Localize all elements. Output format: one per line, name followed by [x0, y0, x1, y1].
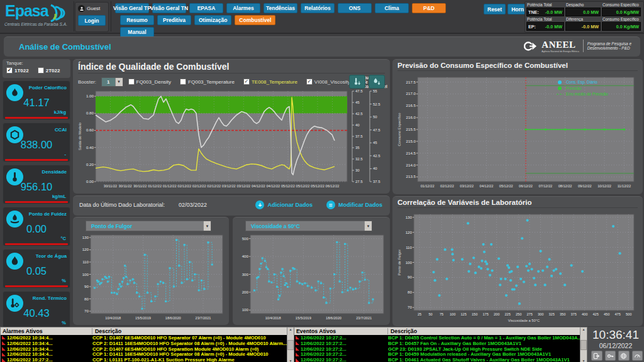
table-row[interactable]: 12/06/2022 10:27:2...BCP 1: D0455 Contro…: [294, 335, 580, 341]
series-checkbox-te008_temperature[interactable]: ✓TE008_Temperature: [243, 79, 297, 85]
flash-point-select[interactable]: Ponto de Fulgor ▼: [86, 221, 211, 231]
nav-button-epasa[interactable]: EPASA: [189, 3, 223, 13]
chevron-down-icon[interactable]: ▼: [203, 221, 211, 231]
temperature-download-button[interactable]: [349, 75, 365, 89]
gauge-value: 0.05: [3, 265, 70, 277]
svg-text:213.5: 213.5: [406, 174, 416, 178]
gauge-value: 838.00: [3, 139, 70, 151]
svg-text:40: 40: [355, 123, 360, 127]
table-header-time[interactable]: Alarmes Ativos: [1, 328, 92, 334]
logout-button[interactable]: [591, 351, 602, 361]
svg-text:30: 30: [355, 168, 360, 172]
key-button[interactable]: [605, 351, 616, 361]
nav-button-tend-ncias[interactable]: Tendências: [264, 3, 297, 13]
tank-checkbox-2t022[interactable]: 2T022: [38, 67, 60, 74]
nav-button-combust-vel[interactable]: Combustível: [235, 15, 275, 25]
svg-text:02/12/22: 02/12/22: [207, 184, 221, 188]
svg-text:300: 300: [242, 272, 249, 277]
series-checkbox-fq003_temperature[interactable]: FQ003_Temperature: [180, 79, 235, 85]
checkbox-icon: [128, 79, 135, 85]
table-scrollbar[interactable]: ▲▼: [287, 327, 294, 362]
add-data-button[interactable]: + Adicionar Dados: [255, 200, 313, 209]
svg-text:150: 150: [472, 312, 477, 316]
svg-text:03/12/22: 03/12/22: [222, 184, 236, 188]
booster-select[interactable]: 1 ▼: [101, 77, 123, 87]
separator: [74, 1, 74, 31]
table-row[interactable]: 12/06/2022 10:27:2...CCP 1: L0131 PT-100…: [1, 357, 287, 362]
table-row[interactable]: 12/06/2022 10:27:2...BCP 1: D0459 Modula…: [294, 351, 580, 357]
nav-button-manual[interactable]: Manual: [120, 27, 154, 37]
nav-button-relat-rios[interactable]: Relatórios: [301, 3, 335, 13]
globe-button[interactable]: [618, 351, 630, 361]
status-label: Despacho: [565, 3, 601, 7]
svg-text:01/12/22: 01/12/22: [163, 184, 177, 188]
chevron-down-icon[interactable]: ▼: [115, 78, 123, 86]
table-row[interactable]: 12/06/2022 10:27:2...BCP 1: D0457 Fan On…: [294, 341, 580, 346]
nav-button-p-d[interactable]: P&D: [412, 3, 446, 13]
nav-button-resumo[interactable]: Resumo: [120, 15, 154, 25]
nav-button-otimiza-o[interactable]: Otimização: [194, 15, 231, 25]
status-value-box: TNE:-0.0 MW: [526, 8, 564, 16]
tank-checkbox-1t022[interactable]: ✓1T022: [6, 67, 29, 74]
checkbox-icon: [180, 79, 186, 85]
table-row[interactable]: 12/06/2022 10:27:2...GCP 23: D0193 2PSAL…: [294, 346, 580, 352]
svg-text:07/12/22: 07/12/22: [538, 184, 552, 188]
booster-value: 1: [102, 78, 114, 86]
series-checkbox-vi008_viscosity[interactable]: ✓VI008_Viscosity: [306, 79, 350, 85]
svg-text:40: 40: [373, 167, 377, 170]
table-rows: 12/06/2022 10:34:4...CCP 1: D1407 6ES4MO…: [1, 335, 287, 362]
table-row[interactable]: 12/06/2022 10:34:4...CCP 1: D1411 16ES4M…: [1, 351, 287, 357]
reset-button[interactable]: Reset: [484, 4, 506, 14]
nav-button-preditiva[interactable]: Preditiva: [157, 15, 191, 25]
nav-button-vis-o-geral-tp[interactable]: Visão Geral TP: [115, 3, 149, 13]
epasa-logo: Epasa Centrais Elétricas da Paraíba S.A.: [1, 1, 73, 31]
table-row[interactable]: 12/06/2022 10:34:4...CCP 2: D1411 16ES4M…: [1, 341, 287, 346]
modify-data-button[interactable]: ≡ Modificar Dados: [326, 200, 382, 209]
gauge-button[interactable]: [632, 351, 643, 361]
correlation-title: Correlação de Variáveis de Laboratório: [397, 199, 638, 208]
svg-text:0.20: 0.20: [86, 162, 94, 167]
active-alarms-table: Alarmes AtivosDescrição12/06/2022 10:34:…: [0, 327, 294, 362]
viscosity-select-value: Viscosidade a 50°C: [246, 223, 364, 229]
login-button[interactable]: Login: [78, 15, 106, 26]
svg-text:Erro médio de Previsão: Erro médio de Previsão: [566, 92, 608, 96]
table-header-desc[interactable]: Descrição: [388, 328, 580, 334]
svg-text:475: 475: [614, 312, 620, 316]
series-checkbox-fq003_density[interactable]: FQ003_Density: [128, 79, 172, 85]
svg-text:80: 80: [84, 297, 89, 301]
bottom-strip: Alarmes AtivosDescrição12/06/2022 10:34:…: [0, 327, 644, 362]
pd-line1: Programa de Pesquisa e: [587, 41, 631, 46]
svg-text:45: 45: [373, 141, 377, 145]
power-status-panel: Potência TotalTNE:-0.0 MWDespacho0.0 MWC…: [525, 1, 644, 33]
gauge-value: 40.43: [3, 307, 70, 319]
table-header-desc[interactable]: Descrição: [92, 328, 287, 334]
svg-text:08/12/22: 08/12/22: [558, 184, 572, 188]
forecast-panel: Previsão do Consumo Específico de Combus…: [392, 59, 643, 194]
nav-button-alarmes[interactable]: Alarmes: [226, 3, 260, 13]
chevron-down-icon[interactable]: ▼: [364, 221, 372, 231]
clock-date: 06/12/2022: [587, 342, 644, 349]
svg-text:06/12/22: 06/12/22: [519, 184, 533, 188]
nav-button-clima[interactable]: Clima: [375, 3, 409, 13]
alarm-flag-icon: [296, 358, 299, 362]
table-scrollbar[interactable]: ▲▼: [580, 327, 587, 362]
nav-button-vis-o-geral-tn[interactable]: Visão Geral TN: [152, 3, 186, 13]
nav-button-ons[interactable]: ONS: [338, 3, 372, 13]
table-row[interactable]: 12/06/2022 10:34:4...CCP 2: D1407 6ES4MO…: [1, 346, 287, 352]
fuel-download-button[interactable]: [369, 75, 385, 89]
svg-text:175: 175: [482, 312, 488, 316]
viscosity-panel: Viscosidade a 50°C ▼ 10020030040050010/4…: [233, 217, 390, 325]
tank-checkboxes: ✓1T0222T022: [6, 67, 60, 74]
table-row[interactable]: 12/06/2022 10:34:4...CCP 1: D1407 6ES4MO…: [1, 335, 287, 341]
svg-text:100: 100: [406, 260, 413, 265]
correlation-chart: 7080901001101201302550751001251501752002…: [396, 212, 639, 323]
svg-text:42.5: 42.5: [373, 154, 380, 158]
svg-text:04/12/22: 04/12/22: [266, 184, 280, 188]
svg-text:Cons. Esp. Diário: Cons. Esp. Diário: [566, 80, 597, 85]
svg-text:35: 35: [355, 146, 360, 150]
table-row[interactable]: 12/06/2022 10:27:2...BCP 1: D0461 Actuat…: [294, 357, 580, 362]
table-header-time[interactable]: Eventos Ativos: [294, 328, 388, 334]
viscosity-select[interactable]: Viscosidade a 50°C ▼: [245, 221, 372, 231]
svg-text:10/4/2018: 10/4/2018: [265, 316, 281, 320]
alarm-flag-icon: [296, 347, 299, 351]
